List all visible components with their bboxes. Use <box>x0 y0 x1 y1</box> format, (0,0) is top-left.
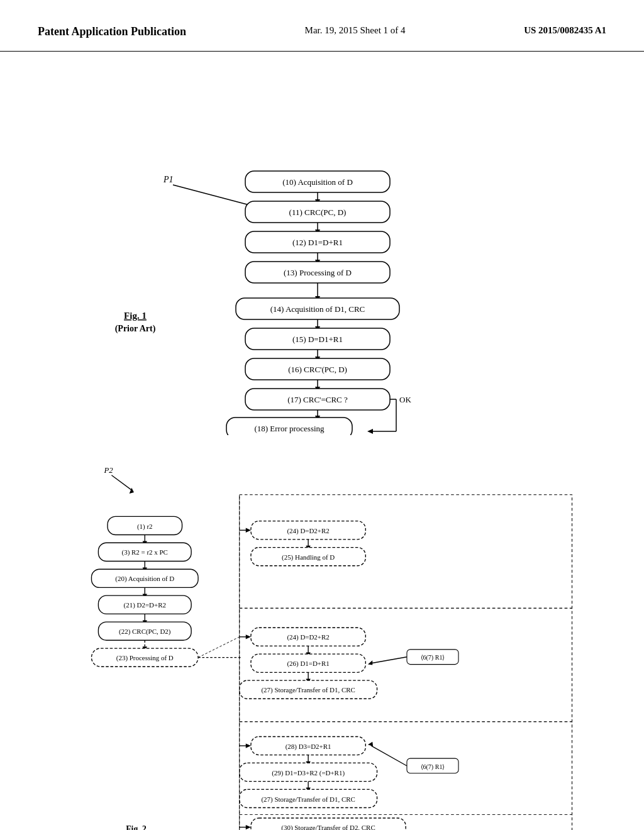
svg-text:(15) D=D1+R1: (15) D=D1+R1 <box>292 335 343 344</box>
svg-text:(28) D3=D2+R1: (28) D3=D2+R1 <box>286 743 331 751</box>
svg-rect-106 <box>240 763 377 781</box>
figure-1-container: P1 (10) Acquisition of D (11) CRC(PC, D)… <box>38 70 606 435</box>
svg-rect-112 <box>407 758 458 773</box>
svg-text:(20) Acquisition of D: (20) Acquisition of D <box>115 575 174 583</box>
svg-rect-26 <box>245 358 390 380</box>
svg-rect-18 <box>236 298 399 319</box>
svg-marker-1 <box>249 202 254 209</box>
svg-marker-117 <box>246 825 251 829</box>
svg-text:(13) Processing of D: (13) Processing of D <box>284 268 352 277</box>
svg-line-48 <box>111 475 131 490</box>
svg-marker-13 <box>315 260 320 265</box>
svg-marker-5 <box>315 199 320 205</box>
svg-text:(30) Storage/Transfer of D2, C: (30) Storage/Transfer of D2, CRC <box>281 824 375 830</box>
svg-marker-69 <box>143 646 147 651</box>
svg-text:(27) Storage/Transfer of D1, C: (27) Storage/Transfer of D1, CRC <box>261 795 355 804</box>
svg-marker-81 <box>306 546 310 551</box>
svg-text:(11) CRC(PC, D): (11) CRC(PC, D) <box>289 208 347 217</box>
svg-text:(18) Error processing: (18) Error processing <box>254 424 325 433</box>
svg-rect-2 <box>245 171 390 192</box>
svg-rect-70 <box>91 648 198 667</box>
svg-rect-50 <box>108 516 182 534</box>
svg-marker-77 <box>246 528 251 533</box>
svg-rect-30 <box>245 389 390 410</box>
svg-text:(16) CRC'(PC, D): (16) CRC'(PC, D) <box>288 365 347 374</box>
svg-rect-102 <box>251 736 365 755</box>
svg-marker-61 <box>143 594 147 599</box>
page-content: P1 (10) Acquisition of D (11) CRC(PC, D)… <box>0 52 644 830</box>
svg-rect-90 <box>251 654 365 672</box>
svg-marker-29 <box>315 387 320 392</box>
svg-rect-66 <box>98 622 191 640</box>
svg-marker-33 <box>315 416 320 421</box>
svg-marker-109 <box>306 788 310 793</box>
svg-rect-86 <box>251 628 365 646</box>
svg-text:(29) D1=D3+R2 (=D+R1): (29) D1=D3+R2 (=D+R1) <box>272 769 345 777</box>
svg-text:(17) CRC'=CRC ?: (17) CRC'=CRC ? <box>287 395 348 404</box>
svg-text:OK: OK <box>399 395 411 404</box>
header-patent-number: US 2015/0082435 A1 <box>524 25 606 36</box>
svg-rect-54 <box>98 543 191 561</box>
svg-marker-25 <box>315 357 320 362</box>
svg-text:(27) Storage/Transfer of D1, C: (27) Storage/Transfer of D1, CRC <box>261 686 355 694</box>
svg-text:(12) D1=D+R1: (12) D1=D+R1 <box>292 238 343 247</box>
svg-line-0 <box>173 185 252 206</box>
svg-text:(1) r2: (1) r2 <box>137 523 153 531</box>
svg-rect-118 <box>251 818 406 830</box>
svg-marker-17 <box>315 296 320 302</box>
svg-marker-53 <box>143 541 147 546</box>
svg-line-120 <box>198 637 240 658</box>
svg-text:(23) Processing of D: (23) Processing of D <box>116 654 174 662</box>
svg-line-98 <box>371 657 407 663</box>
svg-text:(25) Handling of D: (25) Handling of D <box>282 553 335 562</box>
svg-rect-73 <box>240 495 572 830</box>
svg-text:(3) R2 = r2 x PC: (3) R2 = r2 x PC <box>122 548 168 556</box>
svg-rect-10 <box>245 231 390 253</box>
svg-text:(22) CRC(PC, D2): (22) CRC(PC, D2) <box>119 628 171 636</box>
svg-marker-57 <box>143 568 147 573</box>
svg-rect-34 <box>226 418 352 435</box>
svg-marker-115 <box>368 742 373 746</box>
figure-2-svg: P2 (1) r2 (3) R2 = r2 x PC (20) Acquisit… <box>38 460 606 830</box>
svg-marker-40 <box>367 429 373 434</box>
svg-text:P2: P2 <box>104 466 114 475</box>
svg-marker-105 <box>306 761 310 766</box>
svg-rect-14 <box>245 262 390 283</box>
svg-rect-6 <box>245 201 390 223</box>
svg-text:Fig. 2: Fig. 2 <box>126 824 147 830</box>
svg-marker-65 <box>143 620 147 625</box>
svg-rect-62 <box>98 595 191 614</box>
svg-text:(24) D=D2+R2: (24) D=D2+R2 <box>287 633 329 641</box>
header-publication-title: Patent Application Publication <box>38 25 186 38</box>
svg-marker-9 <box>315 230 320 235</box>
svg-marker-89 <box>306 652 310 657</box>
page-header: Patent Application Publication Mar. 19, … <box>0 0 644 52</box>
svg-marker-99 <box>368 660 372 665</box>
svg-text:(10) Acquisition of D: (10) Acquisition of D <box>282 177 353 187</box>
header-date-sheet: Mar. 19, 2015 Sheet 1 of 4 <box>305 25 406 36</box>
svg-marker-93 <box>306 678 310 683</box>
svg-rect-94 <box>240 680 377 699</box>
svg-rect-78 <box>251 521 365 540</box>
svg-text:(24) D=D2+R2: (24) D=D2+R2 <box>287 527 329 535</box>
svg-text:⟨6(7) R1⟩: ⟨6(7) R1⟩ <box>421 654 445 661</box>
svg-text:(Prior Art): (Prior Art) <box>115 324 156 334</box>
figure-2-container: P2 (1) r2 (3) R2 = r2 x PC (20) Acquisit… <box>38 460 606 830</box>
svg-marker-21 <box>315 326 320 332</box>
svg-text:(21) D2=D+R2: (21) D2=D+R2 <box>124 601 166 609</box>
svg-marker-101 <box>246 743 251 748</box>
svg-rect-82 <box>251 548 365 566</box>
svg-text:⟨6(7) R1⟩: ⟨6(7) R1⟩ <box>421 763 445 771</box>
p1-label: P1 <box>163 175 174 184</box>
svg-text:(26) D1=D+R1: (26) D1=D+R1 <box>287 660 329 668</box>
svg-marker-49 <box>130 488 134 494</box>
svg-text:(14) Acquisition of D1, CRC: (14) Acquisition of D1, CRC <box>270 304 365 314</box>
svg-rect-22 <box>245 328 390 350</box>
svg-line-114 <box>371 746 407 766</box>
svg-rect-110 <box>240 789 377 807</box>
figure-1-svg: P1 (10) Acquisition of D (11) CRC(PC, D)… <box>38 70 606 435</box>
svg-rect-58 <box>91 569 198 587</box>
svg-text:Fig. 1: Fig. 1 <box>124 311 147 321</box>
svg-rect-96 <box>407 650 458 665</box>
svg-marker-85 <box>246 634 251 639</box>
